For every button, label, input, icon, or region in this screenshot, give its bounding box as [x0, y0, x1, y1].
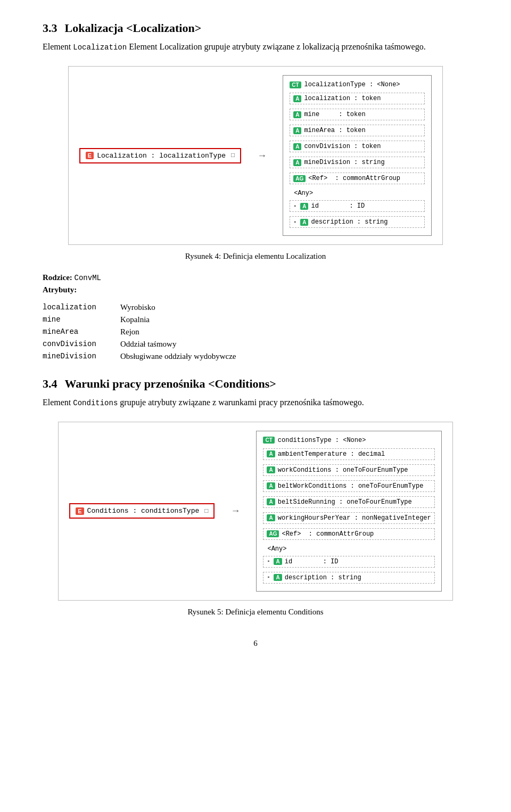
a-badge: A	[293, 95, 301, 102]
conditions-row-beltside: A beltSideRunning : oneToFourEnumType	[263, 496, 434, 508]
section-title-3-4: Warunki pracy przenośnika <Conditions>	[65, 377, 276, 391]
attr-text: id : ID	[285, 558, 339, 565]
attrs-section-localization: localization Wyrobisko mine Kopalnia min…	[43, 303, 468, 361]
attr-desc-minearea: Rejon	[120, 327, 139, 337]
figure-5-container: E Conditions : conditionsType □ → CT con…	[43, 422, 468, 601]
element-label: Localization : localizationType	[97, 152, 226, 160]
element-localization-box: E Localization : localizationType □	[79, 148, 241, 163]
atrybuty-line: Atrybuty:	[43, 285, 468, 294]
arrow-right: →	[257, 150, 267, 161]
attr-desc-convdivision: Oddział taśmowy	[120, 340, 176, 349]
conditions-expand-icon: □	[204, 507, 208, 515]
rodzice-line: Rodzice: ConvML	[43, 273, 468, 282]
ct-badge-conditions: CT	[263, 437, 274, 444]
attr-row-id: ▪ A id : ID	[290, 200, 425, 212]
attr-desc-mine: Kopalnia	[120, 315, 150, 324]
conditions-row-ag: AG <Ref> : commonAttrGroup	[263, 528, 434, 540]
rodzice-label: Rodzice:	[43, 273, 72, 282]
conditions-row-id: ▪ A id : ID	[263, 556, 434, 568]
attr-text: beltSideRunning : oneToFourEnumType	[278, 498, 412, 506]
e-badge: E	[86, 152, 94, 159]
attr-row-description: ▪ A description : string	[290, 216, 425, 228]
attr-text: mine : token	[304, 111, 365, 118]
a-badge: A	[293, 159, 301, 166]
attr-convdivision: convDivision Oddział taśmowy	[43, 340, 468, 349]
attr-minearea: mineArea Rejon	[43, 327, 468, 337]
attr-text: beltWorkConditions : oneToFourEnumType	[278, 482, 424, 490]
section-3-3: 3.3 Lokalizacja <Localization> Element L…	[43, 21, 468, 361]
conditions-row-beltwork: A beltWorkConditions : oneToFourEnumType	[263, 480, 434, 492]
section-title: Lokalizacja <Localization>	[65, 21, 202, 35]
attr-desc-minedivision: Obsługiwane oddziały wydobywcze	[120, 352, 236, 361]
conditions-attr-rows: A ambientTemperature : decimal A workCon…	[263, 448, 434, 586]
a-badge: A	[274, 558, 282, 565]
conditions-any-row: <Any>	[263, 544, 434, 554]
attr-text: <Ref> : commonAttrGroup	[282, 530, 374, 538]
conditions-any-text: <Any>	[267, 545, 286, 553]
type-diagram-localization: CT localizationType : <None> A localizat…	[283, 75, 432, 236]
figure-5-caption: Rysunek 5: Definicja elementu Conditions	[43, 606, 468, 618]
type-header-text: localizationType : <None>	[304, 81, 400, 88]
attr-row-localization: A localization : token	[290, 93, 425, 104]
figure-4-box: E Localization : localizationType □ → CT…	[68, 66, 443, 245]
attr-name-mine: mine	[43, 315, 112, 324]
section-3-4: 3.4 Warunki pracy przenośnika <Condition…	[43, 377, 468, 618]
ag-badge: AG	[293, 175, 306, 182]
any-row: <Any>	[290, 188, 425, 198]
attr-text: convDivision : token	[304, 143, 381, 150]
conditions-row-ambient: A ambientTemperature : decimal	[263, 448, 434, 460]
rodzice-value: ConvML	[75, 274, 101, 282]
attr-row-minedivision: A mineDivision : string	[290, 157, 425, 168]
type-header: CT localizationType : <None>	[290, 81, 425, 88]
attr-text: <Ref> : commonAttrGroup	[308, 175, 400, 182]
conditions-type-header: CT conditionsType : <None>	[263, 437, 434, 444]
a-badge: A	[267, 466, 275, 473]
attr-mine: mine Kopalnia	[43, 315, 468, 324]
element-name-inline: Localization	[73, 43, 127, 52]
attr-row-ag: AG <Ref> : commonAttrGroup	[290, 173, 425, 184]
attr-row-minearea: A mineArea : token	[290, 125, 425, 136]
attr-row-mine: A mine : token	[290, 109, 425, 120]
element-expand-icon: □	[231, 152, 235, 159]
attr-name-minedivision: mineDivision	[43, 352, 112, 361]
arrow-right-conditions: →	[230, 505, 240, 516]
section-number: 3.3	[43, 21, 57, 35]
a-badge: A	[267, 482, 275, 489]
attr-row-convdivision: A convDivision : token	[290, 141, 425, 152]
any-text: <Any>	[294, 190, 313, 197]
section-heading-3-4: 3.4 Warunki pracy przenośnika <Condition…	[43, 377, 468, 391]
figure-4-container: E Localization : localizationType □ → CT…	[43, 66, 468, 245]
attr-name-minearea: mineArea	[43, 327, 112, 337]
attr-text: mineArea : token	[304, 127, 365, 134]
attr-name-localization: localization	[43, 303, 112, 312]
ag-badge-conditions: AG	[267, 530, 279, 537]
a-badge: A	[274, 574, 282, 581]
figure-4-caption: Rysunek 4: Definicja elementu Localizati…	[43, 250, 468, 263]
dash-icon: ▪	[293, 203, 296, 209]
attr-text: mineDivision : string	[304, 159, 384, 166]
section-number-3-4: 3.4	[43, 377, 57, 391]
conditions-row-workinghours: A workingHoursPerYear : nonNegativeInteg…	[263, 512, 434, 524]
a-badge: A	[267, 498, 275, 505]
attr-localization: localization Wyrobisko	[43, 303, 468, 312]
dash-icon: ▪	[267, 559, 270, 564]
atrybuty-label: Atrybuty:	[43, 285, 77, 294]
attr-text: id : ID	[311, 202, 365, 210]
a-badge: A	[300, 219, 308, 226]
conditions-row-work: A workConditions : oneToFourEnumType	[263, 464, 434, 476]
a-badge: A	[267, 450, 275, 457]
a-badge: A	[293, 111, 301, 118]
section-intro: Element Localization Element Localizatio…	[43, 40, 468, 53]
attr-name-convdivision: convDivision	[43, 340, 112, 349]
attr-text: workConditions : oneToFourEnumType	[278, 466, 408, 474]
a-badge: A	[300, 203, 308, 210]
dash-icon: ▪	[267, 575, 270, 580]
conditions-inline: Conditions	[73, 399, 118, 407]
a-badge: A	[293, 127, 301, 134]
type-diagram-conditions: CT conditionsType : <None> A ambientTemp…	[256, 431, 441, 592]
element-conditions-box: E Conditions : conditionsType □	[69, 503, 215, 519]
attr-desc-localization: Wyrobisko	[120, 303, 155, 312]
attr-text: workingHoursPerYear : nonNegativeInteger	[278, 514, 431, 522]
conditions-row-description: ▪ A description : string	[263, 572, 434, 584]
figure-5-box: E Conditions : conditionsType □ → CT con…	[58, 422, 452, 601]
